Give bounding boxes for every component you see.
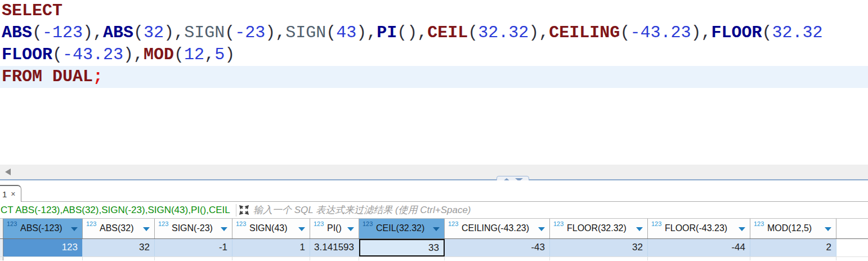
results-tab-1[interactable]: 1 × xyxy=(0,185,21,202)
code-line: FROM DUAL; xyxy=(0,66,868,88)
results-tab-strip: 1 × xyxy=(0,180,868,202)
column-name: PI() xyxy=(327,223,342,233)
numeric-type-icon: 123 xyxy=(651,220,661,227)
sql-token-punct: ( xyxy=(174,45,184,64)
partial-cell xyxy=(232,257,310,260)
sql-token-punct: ( xyxy=(32,23,42,42)
partial-cell xyxy=(648,257,750,260)
sql-token-number: 32.32 xyxy=(772,23,822,42)
sql-token-punct: ), xyxy=(123,45,144,64)
tab-close-icon[interactable]: × xyxy=(11,190,15,198)
result-filter-bar: CT ABS(-123),ABS(32),SIGN(-23),SIGN(43),… xyxy=(0,202,868,219)
numeric-type-icon: 123 xyxy=(86,220,96,227)
column-dropdown-icon[interactable] xyxy=(739,227,745,231)
sql-token-number: 32.32 xyxy=(478,23,529,42)
numeric-type-icon: 123 xyxy=(236,220,246,227)
sql-token-punct: (), xyxy=(397,23,427,42)
column-dropdown-icon[interactable] xyxy=(636,227,643,231)
column-header-3[interactable]: 123SIGN(43) xyxy=(232,219,310,238)
column-header-4[interactable]: 123PI() xyxy=(310,219,359,238)
column-dropdown-icon[interactable] xyxy=(221,227,227,231)
code-line: FLOOR(-43.23),MOD(12,5) xyxy=(0,44,868,66)
expand-arrows-icon[interactable] xyxy=(236,202,251,218)
grid-filler xyxy=(836,219,868,238)
column-name: CEIL(32.32) xyxy=(376,223,424,233)
grid-filler xyxy=(836,257,868,260)
grid-cell-8[interactable]: -44 xyxy=(648,239,750,256)
sql-token-number: -43.23 xyxy=(630,23,691,42)
sql-editor[interactable]: SELECTABS(-123),ABS(32),SIGN(-23),SIGN(4… xyxy=(0,0,868,165)
numeric-type-icon: 123 xyxy=(448,220,458,227)
column-name: FLOOR(-43.23) xyxy=(665,223,727,233)
column-header-9[interactable]: 123MOD(12,5) xyxy=(750,219,836,238)
column-name: SIGN(43) xyxy=(249,223,288,233)
column-header-5[interactable]: 123CEIL(32.32) xyxy=(359,219,445,238)
sql-token-number: -23 xyxy=(235,23,265,42)
grid-cell-4[interactable]: 3.141593 xyxy=(310,239,359,256)
grid-cell-9[interactable]: 2 xyxy=(750,239,836,256)
numeric-type-icon: 123 xyxy=(7,220,17,227)
sql-token-punct: ), xyxy=(265,23,285,42)
sql-token-delimiter: ; xyxy=(93,67,103,86)
grid-header-row: 123ABS(-123)123ABS(32)123SIGN(-23)123SIG… xyxy=(0,219,868,239)
partial-cell xyxy=(310,257,359,260)
sql-token-ident: SIGN xyxy=(285,23,326,42)
column-header-6[interactable]: 123CEILING(-43.23) xyxy=(445,219,550,238)
grid-cell-6[interactable]: -43 xyxy=(445,239,550,256)
grid-cell-2[interactable]: -1 xyxy=(155,239,232,256)
column-dropdown-icon[interactable] xyxy=(143,227,150,231)
column-header-1[interactable]: 123ABS(32) xyxy=(83,219,155,238)
code-line: SELECT xyxy=(0,0,868,22)
column-header-2[interactable]: 123SIGN(-23) xyxy=(155,219,232,238)
column-dropdown-icon[interactable] xyxy=(298,227,305,231)
sql-token-func: ABS xyxy=(103,23,133,42)
sql-token-punct: ( xyxy=(620,23,630,42)
tab-label: 1 xyxy=(2,189,7,199)
column-dropdown-icon[interactable] xyxy=(433,227,440,231)
column-header-8[interactable]: 123FLOOR(-43.23) xyxy=(648,219,750,238)
column-header-0[interactable]: 123ABS(-123) xyxy=(3,219,83,238)
column-dropdown-icon[interactable] xyxy=(347,227,354,231)
grid-cell-5[interactable]: 33 xyxy=(359,239,445,256)
sql-token-func: FLOOR xyxy=(711,23,762,42)
sql-token-keyword: SELECT xyxy=(2,1,62,20)
sql-token-number: 32 xyxy=(144,23,164,42)
column-header-7[interactable]: 123FLOOR(32.32) xyxy=(550,219,648,238)
sql-token-punct xyxy=(42,67,52,86)
sql-token-number: 12 xyxy=(184,45,204,64)
partial-cell xyxy=(83,257,155,260)
partial-cell xyxy=(750,257,836,260)
sql-token-keyword: MOD xyxy=(144,45,174,64)
grid-data-row: 12332-113.14159333-4332-442 xyxy=(0,239,868,256)
sql-token-punct: ( xyxy=(52,45,62,64)
partial-cell xyxy=(550,257,648,260)
sql-token-number: -123 xyxy=(42,23,83,42)
column-dropdown-icon[interactable] xyxy=(538,227,545,231)
column-dropdown-icon[interactable] xyxy=(71,227,78,231)
scroll-left-arrow-icon[interactable] xyxy=(3,167,12,176)
sql-token-func: ABS xyxy=(2,23,32,42)
sql-token-punct: ), xyxy=(529,23,549,42)
sql-token-func: PI xyxy=(377,23,397,42)
numeric-type-icon: 123 xyxy=(553,220,563,227)
numeric-type-icon: 123 xyxy=(158,220,168,227)
partial-cell xyxy=(155,257,232,260)
sql-token-punct: ), xyxy=(691,23,711,42)
sql-token-punct: ( xyxy=(326,23,336,42)
column-name: MOD(12,5) xyxy=(767,223,812,233)
grid-cell-0[interactable]: 123 xyxy=(3,239,83,256)
sql-token-punct: ( xyxy=(468,23,478,42)
editor-hscrollbar[interactable] xyxy=(0,165,868,179)
grid-partial-row xyxy=(0,256,868,260)
sql-token-punct: ( xyxy=(762,23,772,42)
grid-cell-7[interactable]: 32 xyxy=(550,239,648,256)
numeric-type-icon: 123 xyxy=(314,220,324,227)
filter-expression-input[interactable]: CT ABS(-123),ABS(32),SIGN(-23),SIGN(43),… xyxy=(0,202,236,218)
grid-cell-3[interactable]: 1 xyxy=(232,239,310,256)
sql-token-keyword: CEILING xyxy=(549,23,620,42)
column-dropdown-icon[interactable] xyxy=(825,227,831,231)
grid-cell-1[interactable]: 32 xyxy=(83,239,155,256)
sql-token-punct: ), xyxy=(356,23,377,42)
sql-token-func: FLOOR xyxy=(2,45,52,64)
partial-cell xyxy=(3,257,83,260)
